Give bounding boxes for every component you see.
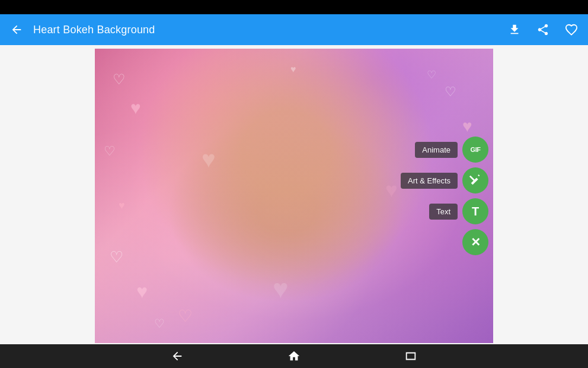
toolbar: Heart Bokeh Background bbox=[0, 14, 588, 45]
image-canvas: ♡ ♥ ♡ ♥ ♡ ♥ ♡ ♡ ♥ ♡ ♥ ♡ ♥ ♥ ♥ Animate GI… bbox=[95, 49, 493, 343]
share-button[interactable] bbox=[533, 20, 552, 39]
text-row: Text T bbox=[429, 198, 488, 224]
animate-row: Animate GIF bbox=[415, 137, 488, 163]
nav-recent-icon bbox=[404, 350, 417, 363]
download-button[interactable] bbox=[505, 20, 524, 39]
nav-back-icon bbox=[171, 350, 184, 363]
nav-home-icon bbox=[287, 350, 301, 363]
animate-button[interactable]: GIF bbox=[462, 137, 488, 163]
status-bar bbox=[0, 0, 588, 14]
nav-back-button[interactable] bbox=[165, 345, 189, 367]
nav-home-button[interactable] bbox=[282, 345, 306, 367]
wand-icon bbox=[469, 174, 482, 187]
text-icon: T bbox=[472, 205, 479, 218]
page-title: Heart Bokeh Background bbox=[33, 24, 498, 36]
gif-icon: GIF bbox=[471, 146, 481, 153]
close-row: ✕ bbox=[462, 229, 488, 255]
text-label[interactable]: Text bbox=[429, 204, 458, 220]
favorite-button[interactable] bbox=[562, 20, 581, 39]
art-effects-label[interactable]: Art & Effects bbox=[401, 173, 458, 189]
back-button[interactable] bbox=[7, 20, 26, 39]
bottom-navigation bbox=[0, 344, 588, 368]
main-content: ♡ ♥ ♡ ♥ ♡ ♥ ♡ ♡ ♥ ♡ ♥ ♡ ♥ ♥ ♥ Animate GI… bbox=[0, 45, 588, 344]
animate-label[interactable]: Animate bbox=[415, 142, 458, 158]
toolbar-actions bbox=[505, 20, 581, 39]
fab-menu: Animate GIF Art & Effects Text T bbox=[401, 137, 488, 255]
art-effects-row: Art & Effects bbox=[401, 167, 488, 193]
close-icon: ✕ bbox=[471, 235, 481, 249]
close-button[interactable]: ✕ bbox=[462, 229, 488, 255]
text-button[interactable]: T bbox=[462, 198, 488, 224]
nav-recent-button[interactable] bbox=[399, 345, 423, 367]
art-effects-button[interactable] bbox=[462, 167, 488, 193]
